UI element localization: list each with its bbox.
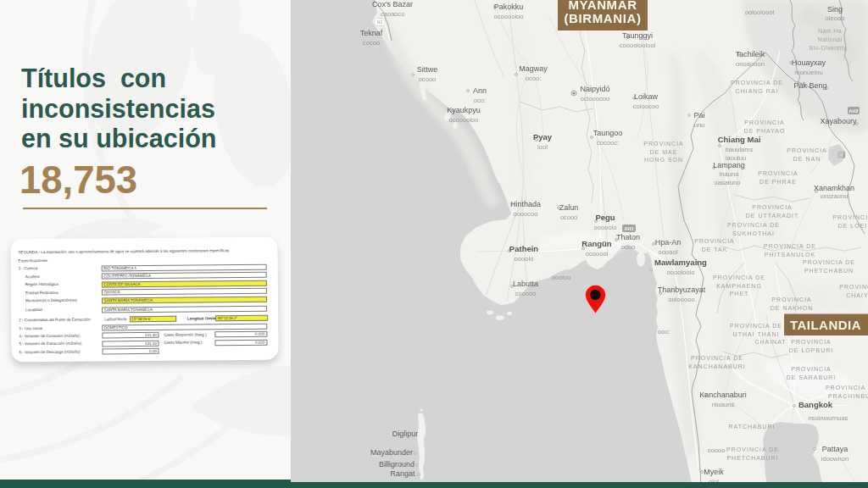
svg-text:UTHAI THANI: UTHAI THANI <box>733 331 780 337</box>
svg-text:TAILANDIA: TAILANDIA <box>790 318 861 332</box>
svg-text:PROVINCIA DE: PROVINCIA DE <box>726 446 779 452</box>
svg-text:PROVINCIA: PROVINCIA <box>839 284 868 290</box>
svg-text:Pattaya: Pattaya <box>822 445 849 453</box>
svg-text:Bangkok: Bangkok <box>798 400 833 409</box>
svg-text:DE PHAYAO: DE PHAYAO <box>744 128 786 134</box>
svg-text:PHETCHABUN: PHETCHABUN <box>804 268 854 274</box>
svg-text:ocooool: ocooool <box>586 250 609 258</box>
svg-text:PROVINCIA DE: PROVINCIA DE <box>727 222 780 228</box>
svg-text:Pakokku: Pakokku <box>494 3 524 11</box>
svg-text:PROVINCIA DE: PROVINCIA DE <box>731 80 783 86</box>
svg-text:ooooolo: ooooolo <box>593 224 616 231</box>
svg-text:DE UTTARADIT: DE UTTARADIT <box>746 213 798 219</box>
svg-text:Xanamkhan: Xanamkhan <box>814 184 854 192</box>
svg-text:Tachileik: Tachileik <box>736 50 765 58</box>
svg-text:Pegu: Pegu <box>595 213 615 222</box>
svg-text:Zalun: Zalun <box>559 203 579 212</box>
svg-text:uxuzaonu: uxuzaonu <box>821 192 849 200</box>
svg-text:Kyaukpyu: Kyaukpyu <box>447 106 481 114</box>
svg-text:CHIANG RAI: CHIANG RAI <box>736 88 779 94</box>
svg-text:onoaooon: onoaooon <box>736 60 765 68</box>
svg-text:Sittwe: Sittwe <box>417 65 438 74</box>
svg-text:cocoo: cocoo <box>363 39 380 47</box>
svg-text:PHETCHABURI: PHETCHABURI <box>726 455 778 461</box>
svg-text:PROVINCIA: PROVINCIA <box>832 214 868 220</box>
svg-text:oclooocoo: oclooocoo <box>581 95 610 103</box>
svg-text:RATCHABURI: RATCHABURI <box>729 424 776 430</box>
svg-text:oooocoo: oooocoo <box>513 210 537 218</box>
svg-text:PRACHINBU: PRACHINBU <box>828 393 868 399</box>
svg-text:oooaol: oooaol <box>659 248 678 256</box>
svg-text:Nam Ha: Nam Ha <box>818 28 842 34</box>
svg-text:Cox's Bazar: Cox's Bazar <box>372 0 413 8</box>
svg-text:PROVINCIA: PROVINCIA <box>771 297 812 302</box>
svg-text:PROVINCIA DE: PROVINCIA DE <box>803 259 855 265</box>
svg-text:National: National <box>818 36 843 42</box>
svg-text:Pak Beng: Pak Beng <box>793 81 826 90</box>
svg-text:DE NAN: DE NAN <box>793 156 821 162</box>
svg-text:KANCHANABURI: KANCHANABURI <box>688 363 746 369</box>
svg-text:ooooloolo: ooooloolo <box>667 269 695 276</box>
svg-text:unu: unu <box>694 121 705 129</box>
svg-text:oooolo: oooolo <box>515 255 534 263</box>
svg-text:Thaton: Thaton <box>616 233 640 241</box>
svg-text:DE NAKHON: DE NAKHON <box>771 305 814 311</box>
svg-text:PROVINCIA DE: PROVINCIA DE <box>713 274 765 280</box>
svg-text:Hpa-An: Hpa-An <box>655 238 682 247</box>
svg-text:PROVINCIA: PROVINCIA <box>791 366 832 372</box>
svg-text:Taunggyi: Taunggyi <box>622 31 653 40</box>
svg-text:PROVINCIA DE: PROVINCIA DE <box>764 243 816 249</box>
svg-text:ocooo: ocooo <box>560 214 578 221</box>
svg-text:ocoo: ocoo <box>621 243 635 251</box>
svg-text:HONG SON: HONG SON <box>644 157 683 163</box>
svg-text:inauna: inauna <box>720 170 740 178</box>
svg-text:(BIRMANIA): (BIRMANIA) <box>565 11 642 25</box>
svg-text:oleoao: oleoao <box>826 14 845 22</box>
svg-text:Chiang Mai: Chiang Mai <box>718 135 761 144</box>
svg-text:Loikaw: Loikaw <box>634 92 659 101</box>
svg-text:Kanchanaburi: Kanchanaburi <box>699 391 747 399</box>
svg-text:PROVINCIA: PROVINCIA <box>643 141 684 147</box>
svg-text:CHAINAT: CHAINAT <box>754 339 786 345</box>
svg-text:niuaunś: niuaunś <box>712 401 735 408</box>
svg-text:DE MAE: DE MAE <box>650 149 678 155</box>
svg-text:ocooo: ocooo <box>419 75 437 83</box>
svg-text:Lampang: Lampang <box>713 161 745 169</box>
svg-text:oooloo: oooloo <box>552 274 571 281</box>
svg-text:nauuiams: nauuiams <box>726 146 754 153</box>
svg-text:DE SARABURI: DE SARABURI <box>787 374 836 380</box>
svg-text:PROVINCIA DE: PROVINCIA DE <box>730 323 782 329</box>
svg-text:idoownon: idoownon <box>821 455 849 463</box>
svg-text:ocoo:: ocoo: <box>526 75 542 82</box>
svg-text:Diglipur: Diglipur <box>392 430 419 438</box>
svg-text:Mawlamyaing: Mawlamyaing <box>654 258 707 267</box>
svg-text:Naipyidó: Naipyidó <box>580 85 609 93</box>
svg-text:PROVINCIA D: PROVINCIA D <box>826 385 868 391</box>
svg-text:coloocoo: coloocoo <box>633 103 659 110</box>
svg-text:AH1: AH1 <box>624 226 633 231</box>
svg-text:Billiground: Billiground <box>379 460 415 469</box>
svg-text:monueinu: monueinu <box>794 69 822 76</box>
svg-text:PROVINCIA: PROVINCIA <box>744 119 785 125</box>
svg-text:lool: lool <box>537 143 548 151</box>
svg-text:Pathein: Pathein <box>509 244 539 253</box>
svg-text:Bio-Diversity..: Bio-Diversity.. <box>810 45 851 52</box>
svg-text:Labutta: Labutta <box>513 280 538 288</box>
svg-text:ocooooloo: ocooooloo <box>448 116 478 124</box>
svg-text:PHET: PHET <box>730 291 749 297</box>
svg-text:Teknaf: Teknaf <box>360 29 383 37</box>
svg-text:PROVINCIA: PROVINCIA <box>694 238 735 244</box>
svg-text:ocooooloo: ocooooloo <box>493 13 523 20</box>
svg-text:cooooo: cooooo <box>515 290 537 297</box>
svg-text:MYANMAR: MYANMAR <box>568 0 637 12</box>
svg-text:oolooloool: oolooloool <box>745 8 775 16</box>
svg-text:DE LOEI: DE LOEI <box>838 223 868 229</box>
svg-text:Pyay: Pyay <box>533 132 553 141</box>
svg-text:nsoinwurnuas: nsoinwurnuas <box>809 414 849 422</box>
svg-text:cooooloolool: cooooloolool <box>620 42 656 49</box>
svg-text:PHITSANULOK: PHITSANULOK <box>765 252 815 258</box>
svg-text:PROVINCIA DE: PROVINCIA DE <box>691 355 743 361</box>
svg-text:Myeik: Myeik <box>704 468 724 476</box>
svg-text:Hinthada: Hinthada <box>510 200 541 208</box>
svg-text:SUKHOTHAI: SUKHOTHAI <box>732 230 775 236</box>
